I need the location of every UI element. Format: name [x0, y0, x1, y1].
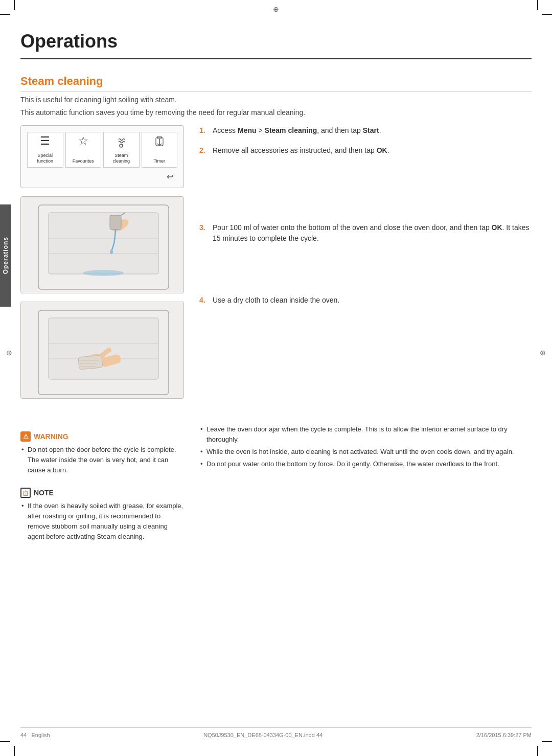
- left-column: ☰ Specialfunction ☆ Favourites: [20, 125, 184, 407]
- right-note-item-2: While the oven is hot inside, auto clean…: [199, 447, 532, 457]
- oven-cloth-svg: [28, 303, 176, 397]
- note-title: 📋 NOTE: [20, 488, 184, 498]
- crop-mark: [537, 746, 538, 756]
- right-column: 1. Access Menu > Steam cleaning, and the…: [199, 125, 532, 315]
- note-box: 📋 NOTE If the oven is heavily soiled wit…: [20, 488, 184, 542]
- special-function-label: Specialfunction: [37, 153, 53, 164]
- svg-point-11: [83, 270, 124, 276]
- favourites-label: Favourites: [73, 158, 94, 164]
- svg-rect-8: [110, 215, 121, 230]
- warning-icon: ⚠: [20, 431, 31, 442]
- section-title: Steam cleaning: [20, 75, 532, 91]
- footer: 44 English NQ50J9530_EN_DE68-04334G-00_E…: [20, 727, 532, 738]
- crop-mark: [542, 741, 552, 742]
- steam-cleaning-icon: [114, 135, 128, 151]
- crop-mark: [537, 0, 538, 10]
- oven-water-illustration: [20, 196, 184, 293]
- ui-icon-special-function: ☰ Specialfunction: [27, 132, 63, 168]
- step-2: 2. Remove all accessories as instructed,…: [199, 145, 532, 156]
- intro-line2: This automatic function saves you time b…: [20, 107, 532, 118]
- step-4: 4. Use a dry cloth to clean inside the o…: [199, 295, 532, 306]
- warning-list: Do not open the door before the cycle is…: [20, 445, 184, 475]
- step-1-text: Access Menu > Steam cleaning, and then t…: [213, 125, 381, 136]
- right-note-item-3: Do not pour water onto the bottom by for…: [199, 459, 532, 469]
- svg-rect-4: [49, 213, 158, 274]
- oven-water-svg: [28, 197, 176, 292]
- two-column-layout: ☰ Specialfunction ☆ Favourites: [20, 125, 532, 407]
- step-1-number: 1.: [199, 125, 209, 136]
- right-notes-column: Leave the oven door ajar when the cycle …: [199, 419, 532, 549]
- page-title: Operations: [20, 31, 532, 59]
- step-4-text: Use a dry cloth to clean inside the oven…: [213, 295, 339, 306]
- svg-point-0: [120, 144, 123, 147]
- oven-cloth-illustration: [20, 302, 184, 399]
- note-icon: 📋: [20, 488, 31, 498]
- note-item-1: If the oven is heavily soiled with greas…: [20, 501, 184, 542]
- reg-mark-left: ⊕: [4, 348, 14, 358]
- back-arrow: ↩: [27, 172, 177, 181]
- right-notes-list: Leave the oven door ajar when the cycle …: [199, 424, 532, 470]
- timer-icon: [153, 135, 166, 150]
- crop-mark: [14, 746, 15, 756]
- step-4-number: 4.: [199, 295, 209, 306]
- step-2-number: 2.: [199, 145, 209, 156]
- step-3-text: Pour 100 ml of water onto the bottom of …: [213, 222, 532, 244]
- ui-icons-row: ☰ Specialfunction ☆ Favourites: [27, 132, 177, 168]
- bottom-section: ⚠ WARNING Do not open the door before th…: [20, 419, 532, 549]
- crop-mark: [0, 741, 10, 742]
- ui-icon-timer: Timer: [142, 132, 178, 168]
- step-1: 1. Access Menu > Steam cleaning, and the…: [199, 125, 532, 136]
- footer-date: 2/16/2015 6:39:27 PM: [476, 732, 532, 738]
- note-list: If the oven is heavily soiled with greas…: [20, 501, 184, 542]
- warning-label: WARNING: [34, 432, 68, 441]
- svg-point-10: [110, 250, 113, 254]
- ui-illustration: ☰ Specialfunction ☆ Favourites: [20, 125, 184, 188]
- svg-rect-18: [78, 355, 103, 370]
- ui-icon-steam-cleaning: Steamcleaning: [103, 132, 140, 168]
- main-content: Operations Steam cleaning This is useful…: [20, 0, 532, 580]
- crop-mark: [0, 14, 10, 15]
- note-label: NOTE: [34, 489, 54, 497]
- footer-file: NQ50J9530_EN_DE68-04334G-00_EN.indd 44: [203, 732, 323, 738]
- warning-note-column: ⚠ WARNING Do not open the door before th…: [20, 419, 184, 549]
- intro-line1: This is useful for cleaning light soilin…: [20, 95, 532, 105]
- footer-page: 44 English: [20, 732, 50, 738]
- reg-mark-right: ⊕: [538, 348, 548, 358]
- ui-icon-favourites: ☆ Favourites: [65, 132, 102, 168]
- steam-cleaning-label: Steamcleaning: [112, 153, 130, 164]
- warning-title: ⚠ WARNING: [20, 431, 184, 442]
- reg-mark-top: ⊕: [271, 4, 281, 14]
- favourites-icon: ☆: [78, 135, 88, 147]
- sidebar-label: Operations: [0, 204, 11, 307]
- timer-label: Timer: [153, 158, 165, 164]
- step-2-text: Remove all accessories as instructed, an…: [213, 145, 389, 156]
- warning-item-1: Do not open the door before the cycle is…: [20, 445, 184, 475]
- right-note-item-1: Leave the oven door ajar when the cycle …: [199, 424, 532, 445]
- svg-rect-13: [49, 318, 158, 379]
- crop-mark: [542, 14, 552, 15]
- crop-mark: [14, 0, 15, 10]
- warning-box: ⚠ WARNING Do not open the door before th…: [20, 431, 184, 475]
- step-3: 3. Pour 100 ml of water onto the bottom …: [199, 222, 532, 244]
- step-3-number: 3.: [199, 222, 209, 244]
- special-function-icon: ☰: [40, 135, 50, 147]
